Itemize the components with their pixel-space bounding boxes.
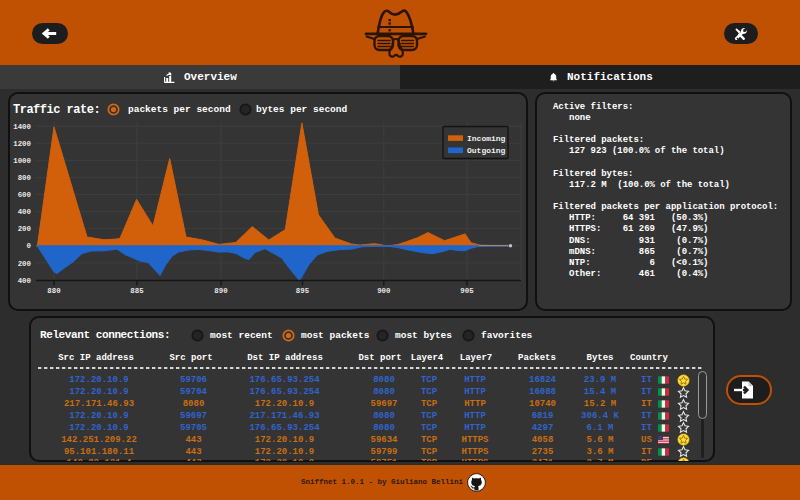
svg-text:400: 400 bbox=[18, 277, 32, 285]
svg-text:400: 400 bbox=[18, 208, 32, 216]
svg-text:Outgoing: Outgoing bbox=[467, 146, 506, 155]
svg-text:880: 880 bbox=[47, 287, 61, 295]
svg-text:900: 900 bbox=[377, 287, 391, 295]
svg-text:895: 895 bbox=[296, 287, 310, 295]
svg-text:890: 890 bbox=[214, 287, 228, 295]
svg-text:1200: 1200 bbox=[13, 140, 31, 148]
svg-text:885: 885 bbox=[130, 287, 144, 295]
svg-text:200: 200 bbox=[18, 225, 32, 233]
svg-text:905: 905 bbox=[460, 287, 474, 295]
svg-text:600: 600 bbox=[18, 191, 32, 199]
svg-text:1400: 1400 bbox=[13, 123, 31, 131]
svg-text:800: 800 bbox=[18, 174, 32, 182]
svg-text:1000: 1000 bbox=[13, 157, 31, 165]
svg-text:0: 0 bbox=[27, 242, 32, 250]
svg-text:Incoming: Incoming bbox=[467, 134, 506, 143]
svg-text:200: 200 bbox=[18, 260, 32, 268]
